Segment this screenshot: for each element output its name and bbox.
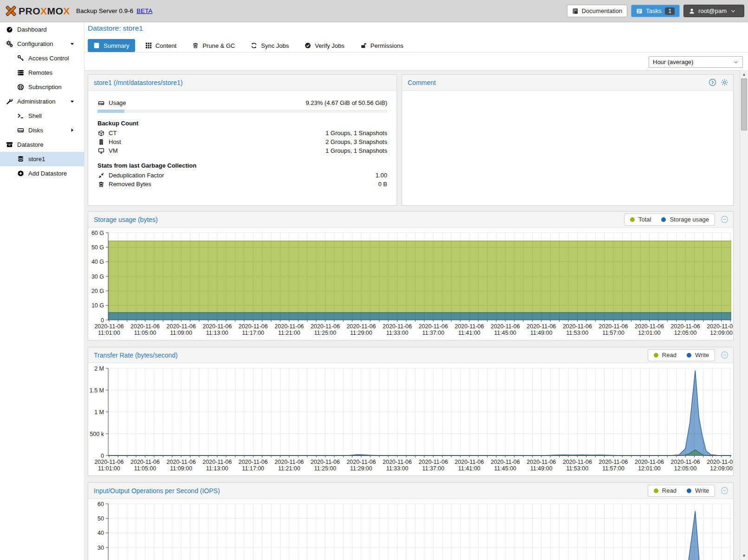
sidebar-item-label: Add Datastore <box>28 170 67 177</box>
svg-text:2020-11-06: 2020-11-06 <box>419 459 448 465</box>
gears-icon <box>6 40 13 47</box>
chart-legend: ReadWrite <box>648 349 715 361</box>
tab-prune-gc[interactable]: Prune & GC <box>187 39 241 52</box>
sidebar-item-store1[interactable]: store1 <box>0 152 84 166</box>
tab-content[interactable]: Content <box>140 39 182 52</box>
sidebar-item-add-datastore[interactable]: Add Datastore <box>0 166 84 181</box>
tab-permissions[interactable]: Permissions <box>355 39 409 52</box>
documentation-label: Documentation <box>582 7 622 14</box>
svg-text:11:25:00: 11:25:00 <box>314 465 337 472</box>
time-range-select[interactable]: Hour (average) <box>649 56 743 68</box>
chevron-down-icon <box>730 8 736 14</box>
tab-verify-jobs[interactable]: Verify Jobs <box>299 39 350 52</box>
iops-chart: 01020304050602020-11-0611:01:002020-11-0… <box>88 499 733 560</box>
sidebar-item-disks[interactable]: Disks <box>0 123 84 137</box>
svg-text:11:57:00: 11:57:00 <box>602 465 624 472</box>
terminal-icon <box>17 112 25 119</box>
legend-item-total: Total <box>630 216 651 223</box>
svg-text:11:21:00: 11:21:00 <box>278 330 300 336</box>
svg-text:12:05:00: 12:05:00 <box>674 465 697 472</box>
proxmox-x-icon <box>5 5 17 17</box>
panel-header: Comment <box>402 75 733 91</box>
sidebar-item-remotes[interactable]: Remotes <box>0 65 84 80</box>
svg-text:2020-11-06: 2020-11-06 <box>491 459 520 465</box>
row-label: Deduplication Factor <box>109 171 164 180</box>
panel-title: Input/Output Operations per Second (IOPS… <box>94 487 220 495</box>
legend-label: Read <box>662 487 676 494</box>
backup-count-heading: Backup Count <box>98 120 387 127</box>
svg-text:2020-11-06: 2020-11-06 <box>167 323 196 330</box>
tasks-button[interactable]: Tasks 1 <box>631 5 680 17</box>
remotes-icon <box>17 69 25 76</box>
caret-down-icon[interactable] <box>68 40 76 47</box>
disks-icon <box>17 127 25 134</box>
caret-right-icon[interactable] <box>68 127 76 134</box>
svg-text:11:53:00: 11:53:00 <box>566 330 589 336</box>
book-icon <box>572 8 579 14</box>
svg-text:12:09:00: 12:09:00 <box>710 465 733 472</box>
svg-text:11:57:00: 11:57:00 <box>602 330 624 336</box>
gc-stats-heading: Stats from last Garbage Collection <box>98 162 387 169</box>
svg-text:30 G: 30 G <box>91 273 104 280</box>
svg-text:60 G: 60 G <box>91 230 104 236</box>
svg-text:11:49:00: 11:49:00 <box>530 465 553 472</box>
sidebar-item-datastore[interactable]: Datastore <box>0 137 84 152</box>
scroll-up-arrow-icon[interactable]: ▲ <box>740 71 748 78</box>
usage-row: Usage 9.23% (4.67 GiB of 50.56 GiB) <box>98 98 387 107</box>
user-label: root@pam <box>698 7 727 14</box>
caret-down-icon[interactable] <box>68 98 76 105</box>
beta-link[interactable]: BETA <box>137 7 152 14</box>
svg-text:40: 40 <box>98 530 104 536</box>
sidebar-item-access-control[interactable]: Access Control <box>0 51 84 65</box>
wrench-icon <box>6 98 13 105</box>
svg-text:2020-11-06: 2020-11-06 <box>635 323 664 330</box>
svg-text:2020-11-06: 2020-11-06 <box>239 323 268 330</box>
collapse-circle-minus-icon[interactable] <box>721 351 728 359</box>
vertical-scrollbar[interactable]: ▲ ▼ <box>740 70 748 560</box>
expand-circle-chevron-icon[interactable] <box>709 78 716 86</box>
page-title: Datastore: store1 <box>88 24 143 33</box>
svg-text:500 k: 500 k <box>90 431 104 437</box>
legend-label: Write <box>695 352 709 358</box>
documentation-button[interactable]: Documentation <box>567 5 627 17</box>
collapse-circle-minus-icon[interactable] <box>721 487 728 495</box>
sidebar-item-administration[interactable]: Administration <box>0 94 84 109</box>
hdd-icon <box>98 100 105 106</box>
backup-count-row: Host2 Groups, 3 Snapshots <box>98 137 387 146</box>
scrollbar-thumb[interactable] <box>741 78 747 130</box>
svg-text:11:21:00: 11:21:00 <box>278 465 300 472</box>
user-menu-button[interactable]: root@pam <box>683 5 744 17</box>
panel-title: Storage usage (bytes) <box>94 216 158 223</box>
collapse-circle-minus-icon[interactable] <box>721 215 728 223</box>
tab-label: Summary <box>104 42 130 49</box>
gear-icon[interactable] <box>721 78 728 86</box>
scroll-down-arrow-icon[interactable]: ▼ <box>740 552 748 560</box>
sidebar-item-label: Subscription <box>28 84 62 91</box>
usage-progress-bar <box>98 110 387 113</box>
sidebar-item-configuration[interactable]: Configuration <box>0 37 84 51</box>
svg-text:2020-11-06: 2020-11-06 <box>130 323 160 330</box>
tab-summary[interactable]: Summary <box>88 39 135 52</box>
row-value: 1 Groups, 1 Snapshots <box>325 146 387 155</box>
svg-text:2020-11-06: 2020-11-06 <box>527 459 556 465</box>
svg-text:11:49:00: 11:49:00 <box>530 330 553 336</box>
sidebar-item-subscription[interactable]: Subscription <box>0 80 84 94</box>
legend-label: Total <box>638 216 651 223</box>
panel-title: Comment <box>408 79 436 86</box>
sidebar-item-label: Datastore <box>17 141 43 148</box>
iops-panel: Input/Output Operations per Second (IOPS… <box>88 482 734 560</box>
sync-icon <box>251 42 257 49</box>
sidebar-item-dashboard[interactable]: Dashboard <box>0 22 84 37</box>
user-icon <box>689 8 695 14</box>
sidebar-item-label: Access Control <box>28 55 69 62</box>
row-label: Host <box>109 137 121 146</box>
panel-header: Transfer Rate (bytes/second) ReadWrite <box>88 347 733 363</box>
sidebar-item-shell[interactable]: Shell <box>0 109 84 123</box>
svg-text:2020-11-06: 2020-11-06 <box>311 459 340 465</box>
panel-title: store1 (/mnt/datastores/store1) <box>94 79 182 86</box>
storage-usage-chart: 010 G20 G30 G40 G50 G60 G2020-11-0611:01… <box>88 228 733 341</box>
svg-text:2020-11-06: 2020-11-06 <box>455 323 484 330</box>
tab-sync-jobs[interactable]: Sync Jobs <box>245 39 294 52</box>
usage-value: 9.23% (4.67 GiB of 50.56 GiB) <box>306 98 387 107</box>
legend-item-read: Read <box>654 352 676 358</box>
